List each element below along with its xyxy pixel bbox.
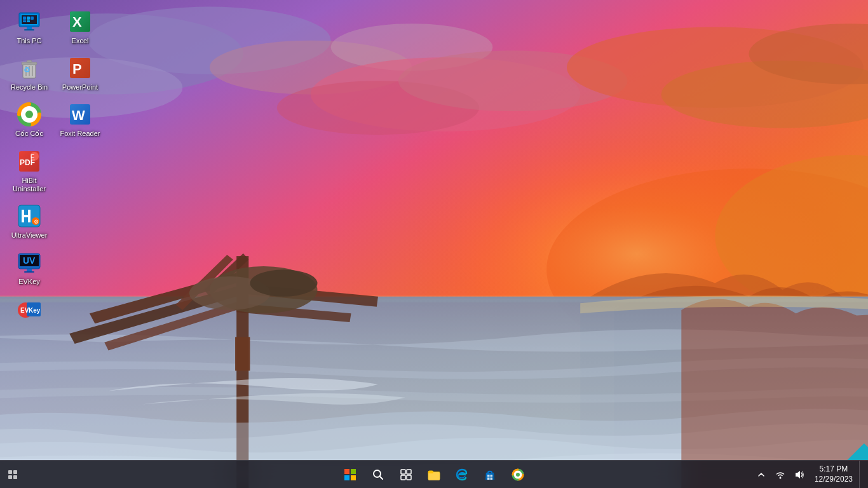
svg-rect-80 xyxy=(344,475,349,480)
taskbar-right: 5:17 PM 12/29/2023 xyxy=(752,461,868,488)
recycle-bin-label: Recycle Bin xyxy=(11,83,48,92)
svg-rect-29 xyxy=(27,27,32,29)
svg-rect-41 xyxy=(27,60,32,62)
svg-rect-92 xyxy=(491,475,493,477)
svg-text:W: W xyxy=(72,107,85,123)
svg-rect-79 xyxy=(351,469,356,474)
svg-text:F: F xyxy=(31,154,34,161)
svg-rect-90 xyxy=(428,471,433,473)
svg-rect-85 xyxy=(407,470,411,474)
hibit-label: UltraViewer xyxy=(11,231,48,240)
task-view-button[interactable] xyxy=(393,462,419,487)
svg-point-96 xyxy=(516,473,520,477)
ultraviewer-icon: UV xyxy=(17,250,42,275)
svg-rect-81 xyxy=(351,475,356,480)
svg-text:P: P xyxy=(72,61,82,77)
svg-point-97 xyxy=(779,477,781,478)
svg-rect-30 xyxy=(24,29,34,30)
coccoc-label: Cốc Cốc xyxy=(15,130,43,138)
powerpoint-icon: P xyxy=(67,55,93,81)
desktop-icon-excel[interactable]: X Excel xyxy=(57,6,103,48)
svg-text:UV: UV xyxy=(23,255,36,266)
microsoft-store-button[interactable] xyxy=(477,462,503,487)
svg-line-83 xyxy=(380,476,383,479)
desktop-icon-hibit[interactable]: ⚙ UltraViewer xyxy=(6,201,52,242)
coccoc-icon xyxy=(17,102,42,127)
coccoc-taskbar-button[interactable] xyxy=(505,462,531,487)
svg-rect-60 xyxy=(22,215,31,217)
system-tray: 5:17 PM 12/29/2023 xyxy=(752,461,863,488)
file-explorer-button[interactable] xyxy=(421,462,447,487)
evkey-icon: EV Key xyxy=(17,296,42,322)
desktop-icon-this-pc[interactable]: This PC xyxy=(6,6,52,48)
word-icon: W xyxy=(67,102,93,127)
desktop-icon-word[interactable]: W Foxit Reader xyxy=(57,99,103,140)
svg-rect-74 xyxy=(8,470,12,474)
desktop-icon-coccoc[interactable]: Cốc Cốc xyxy=(6,99,52,140)
hibit-icon: ⚙ xyxy=(17,203,42,229)
foxit-icon: PDF F xyxy=(17,149,42,174)
clock-area[interactable]: 5:17 PM 12/29/2023 xyxy=(810,461,858,488)
svg-rect-34 xyxy=(23,20,26,22)
volume-icon-button[interactable] xyxy=(790,463,808,486)
svg-text:Key: Key xyxy=(29,307,41,314)
foxit-label: HiBit Uninstaller xyxy=(9,177,50,193)
svg-rect-40 xyxy=(22,62,37,65)
svg-rect-86 xyxy=(401,475,405,480)
svg-point-49 xyxy=(25,111,33,118)
svg-rect-68 xyxy=(27,269,32,271)
clock-time: 5:17 PM xyxy=(820,464,848,475)
svg-rect-87 xyxy=(407,475,411,480)
svg-text:EV: EV xyxy=(20,307,29,314)
powerpoint-label: PowerPoint xyxy=(62,83,98,92)
svg-rect-33 xyxy=(31,17,34,20)
svg-rect-93 xyxy=(487,477,490,480)
svg-rect-84 xyxy=(401,470,405,474)
svg-rect-76 xyxy=(8,475,12,479)
svg-text:⚙: ⚙ xyxy=(34,219,39,225)
search-button[interactable] xyxy=(365,462,391,487)
watermark-text: Lê Hà Blog xyxy=(819,444,868,460)
desktop-icon-recycle-bin[interactable]: ♻ Recycle Bin xyxy=(6,53,52,94)
svg-rect-94 xyxy=(491,477,493,480)
excel-icon: X xyxy=(67,9,93,34)
svg-rect-75 xyxy=(13,470,17,474)
start-button[interactable] xyxy=(337,462,363,487)
svg-rect-35 xyxy=(27,20,30,22)
ultraviewer-label: EVKey xyxy=(18,278,40,286)
svg-rect-91 xyxy=(487,475,490,477)
edge-button[interactable] xyxy=(449,462,475,487)
svg-text:♻: ♻ xyxy=(24,65,31,74)
svg-rect-21 xyxy=(235,337,250,370)
svg-rect-78 xyxy=(344,469,349,474)
taskbar: 5:17 PM 12/29/2023 xyxy=(0,460,868,488)
watermark: Lê Hà Blog xyxy=(811,403,868,460)
word-label: Foxit Reader xyxy=(60,130,100,138)
svg-point-24 xyxy=(250,269,317,296)
desktop-icons: This PC X Excel xyxy=(6,6,103,327)
this-pc-label: This PC xyxy=(17,37,41,45)
svg-rect-31 xyxy=(23,17,26,20)
show-desktop-button[interactable] xyxy=(5,461,20,489)
svg-rect-77 xyxy=(13,475,17,479)
this-pc-icon xyxy=(17,9,42,34)
network-icon-button[interactable] xyxy=(771,463,789,486)
taskbar-left xyxy=(0,461,20,489)
show-desktop-strip[interactable] xyxy=(859,461,863,489)
excel-label: Excel xyxy=(72,37,89,45)
clock-date: 12/29/2023 xyxy=(815,475,853,485)
desktop-icon-evkey[interactable]: EV Key xyxy=(6,294,52,327)
recycle-bin-icon: ♻ xyxy=(17,55,42,81)
desktop-icon-foxit[interactable]: PDF F HiBit Uninstaller xyxy=(6,146,52,196)
taskbar-center xyxy=(337,462,531,487)
desktop-icon-ultraviewer[interactable]: UV EVKey xyxy=(6,247,52,288)
svg-rect-32 xyxy=(27,17,30,20)
show-hidden-icons-button[interactable] xyxy=(752,463,770,486)
svg-rect-69 xyxy=(24,271,34,273)
desktop-icon-powerpoint[interactable]: P PowerPoint xyxy=(57,53,103,94)
svg-text:X: X xyxy=(72,14,82,30)
